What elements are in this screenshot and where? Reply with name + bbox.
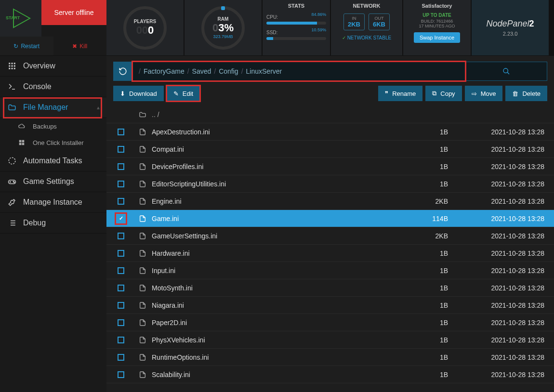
row-checkbox[interactable] bbox=[118, 198, 124, 205]
list-icon bbox=[8, 219, 16, 227]
file-date: 2021-10-28 13:28 bbox=[458, 128, 554, 136]
file-row[interactable]: PhysXVehicles.ini 1B 2021-10-28 13:28 bbox=[106, 331, 554, 349]
nav-backups[interactable]: Backups bbox=[0, 118, 106, 134]
svg-rect-5 bbox=[12, 65, 13, 67]
file-row-up[interactable]: .. / bbox=[106, 106, 554, 123]
kill-label: Kill bbox=[79, 43, 87, 50]
kill-icon: ✖ bbox=[72, 43, 77, 50]
file-name: Niagara.ini bbox=[150, 301, 400, 309]
gamepad-icon bbox=[8, 177, 16, 186]
nav-file-manager[interactable]: File Manager▲ bbox=[0, 97, 106, 118]
nav-debug[interactable]: Debug bbox=[0, 213, 106, 234]
row-checkbox[interactable] bbox=[118, 302, 124, 309]
file-name: Input.ini bbox=[150, 267, 400, 274]
file-row[interactable]: RuntimeOptions.ini 1B 2021-10-28 13:28 bbox=[106, 349, 554, 366]
file-row[interactable]: MotoSynth.ini 1B 2021-10-28 13:28 bbox=[106, 279, 554, 297]
file-icon bbox=[135, 197, 150, 205]
file-list: .. / ApexDestruction.ini 1B 2021-10-28 1… bbox=[106, 106, 554, 392]
nav-console[interactable]: Console bbox=[0, 77, 106, 97]
file-row[interactable]: Input.ini 1B 2021-10-28 13:28 bbox=[106, 262, 554, 279]
nav-label: Debug bbox=[23, 219, 46, 227]
file-size: 1B bbox=[400, 284, 458, 292]
file-date: 2021-10-28 13:28 bbox=[458, 319, 554, 327]
file-row[interactable]: Hardware.ini 1B 2021-10-28 13:28 bbox=[106, 245, 554, 262]
file-date: 2021-10-28 13:28 bbox=[458, 197, 554, 205]
kill-button[interactable]: ✖ Kill bbox=[53, 37, 107, 55]
delete-button[interactable]: 🗑 Delete bbox=[505, 86, 547, 101]
edit-button[interactable]: ✎ Edit bbox=[167, 86, 200, 101]
file-row[interactable]: Compat.ini 1B 2021-10-28 13:28 bbox=[106, 141, 554, 158]
file-size: 1B bbox=[400, 336, 458, 344]
players-panel: PLAYERS 000 bbox=[106, 0, 184, 55]
row-checkbox[interactable] bbox=[118, 129, 124, 135]
file-row[interactable]: Engine.ini 2KB 2021-10-28 13:28 bbox=[106, 193, 554, 210]
file-row[interactable]: DeviceProfiles.ini 1B 2021-10-28 13:28 bbox=[106, 158, 554, 175]
row-checkbox[interactable] bbox=[118, 319, 124, 326]
file-row[interactable]: Scalability.ini 1B 2021-10-28 13:28 bbox=[106, 366, 554, 383]
stats-title: STATS bbox=[288, 3, 304, 9]
nav-one-click-installer[interactable]: One Click Installer bbox=[0, 134, 106, 151]
svg-rect-2 bbox=[12, 63, 13, 64]
players-title: PLAYERS bbox=[134, 19, 156, 24]
row-checkbox[interactable] bbox=[118, 337, 124, 343]
file-row[interactable]: ApexDestruction.ini 1B 2021-10-28 13:28 bbox=[106, 123, 554, 141]
tasks-icon bbox=[8, 157, 16, 165]
row-checkbox[interactable] bbox=[118, 215, 124, 222]
row-checkbox[interactable] bbox=[118, 233, 124, 239]
swap-instance-button[interactable]: Swap Instance bbox=[414, 32, 460, 43]
grid4-icon bbox=[17, 138, 26, 147]
delete-icon: 🗑 bbox=[512, 90, 518, 97]
rename-button[interactable]: ❞ Rename bbox=[378, 86, 422, 101]
file-date: 2021-10-28 13:28 bbox=[458, 249, 554, 257]
ram-sub: 323.79MB bbox=[213, 34, 233, 39]
svg-rect-7 bbox=[9, 68, 10, 69]
search-input[interactable] bbox=[465, 62, 547, 81]
move-button[interactable]: ⇨ Move bbox=[465, 86, 503, 101]
file-icon bbox=[135, 180, 150, 188]
nav-game-settings[interactable]: Game Settings bbox=[0, 171, 106, 192]
file-icon bbox=[135, 267, 150, 274]
file-icon bbox=[135, 163, 150, 170]
nav-automated-tasks[interactable]: Automated Tasks bbox=[0, 151, 106, 171]
row-checkbox[interactable] bbox=[118, 163, 124, 170]
crumb-segment[interactable]: FactoryGame bbox=[144, 67, 185, 75]
players-value: 0 bbox=[148, 24, 154, 36]
svg-rect-8 bbox=[12, 68, 13, 69]
path-reload-icon[interactable] bbox=[113, 62, 132, 81]
restart-button[interactable]: ↻ Restart bbox=[0, 37, 53, 55]
file-date: 2021-10-28 13:28 bbox=[458, 267, 554, 274]
download-button[interactable]: ⬇ Download bbox=[113, 86, 164, 101]
start-button[interactable]: START bbox=[0, 0, 41, 37]
row-checkbox[interactable] bbox=[118, 285, 124, 291]
game-status: UP TO DATE bbox=[422, 13, 451, 18]
file-size: 1B bbox=[400, 163, 458, 170]
row-checkbox[interactable] bbox=[118, 250, 124, 257]
move-icon: ⇨ bbox=[472, 90, 477, 97]
row-checkbox[interactable] bbox=[118, 354, 124, 361]
ssd-label: SSD: bbox=[266, 30, 277, 35]
file-icon bbox=[135, 353, 150, 361]
file-name: Hardware.ini bbox=[150, 249, 400, 257]
row-checkbox[interactable] bbox=[118, 267, 124, 274]
file-row[interactable]: Niagara.ini 1B 2021-10-28 13:28 bbox=[106, 297, 554, 314]
row-checkbox[interactable] bbox=[118, 146, 124, 153]
row-checkbox[interactable] bbox=[118, 371, 124, 378]
file-row[interactable]: Paper2D.ini 1B 2021-10-28 13:28 bbox=[106, 314, 554, 331]
file-size: 1B bbox=[400, 128, 458, 136]
file-row[interactable]: Game.ini 114B 2021-10-28 13:28 bbox=[106, 210, 554, 227]
crumb-segment[interactable]: Saved bbox=[192, 67, 211, 75]
svg-rect-14 bbox=[22, 143, 25, 145]
copy-icon: ⧉ bbox=[432, 90, 436, 97]
file-row[interactable]: GameUserSettings.ini 2KB 2021-10-28 13:2… bbox=[106, 227, 554, 245]
nav-label: Manage Instance bbox=[23, 198, 82, 207]
breadcrumb[interactable]: / FactoryGame / Saved / Config / LinuxSe… bbox=[132, 62, 465, 81]
nav-overview[interactable]: Overview bbox=[0, 56, 106, 77]
crumb-segment[interactable]: Config bbox=[219, 67, 238, 75]
file-row[interactable]: EditorScriptingUtilities.ini 1B 2021-10-… bbox=[106, 175, 554, 193]
row-checkbox[interactable] bbox=[118, 181, 124, 187]
crumb-segment[interactable]: LinuxServer bbox=[246, 67, 282, 75]
nav-manage-instance[interactable]: Manage Instance bbox=[0, 192, 106, 213]
copy-button[interactable]: ⧉ Copy bbox=[425, 86, 462, 101]
cpu-value: 84.86% bbox=[311, 12, 326, 17]
file-icon bbox=[135, 232, 150, 240]
